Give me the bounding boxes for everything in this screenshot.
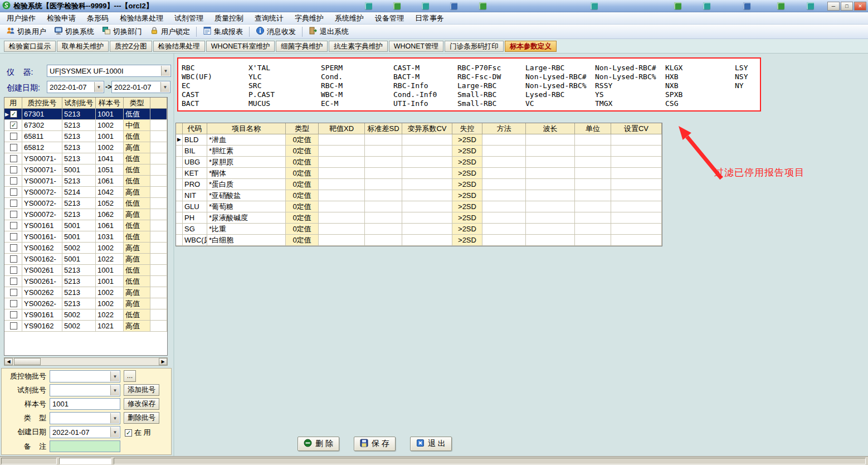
scroll-right-icon[interactable]: ▶ [159,358,167,365]
use-checkbox[interactable] [10,267,17,274]
use-checkbox[interactable] [10,133,17,140]
table-row[interactable]: YS0026252131002高值 [4,287,167,298]
table-row[interactable]: YS00261-52131001低值 [4,276,167,287]
table-row[interactable]: 6581252131002高值 [4,142,167,153]
menu-item[interactable]: 系统维护 [329,12,369,24]
table-row[interactable]: YS9016250021021高值 [4,321,167,332]
table-row[interactable]: YS0026152131001低值 [4,265,167,276]
exit-button[interactable]: 退 出 [410,437,452,451]
instrument-select[interactable]: UF|SYSMEX UF-1000I ▼ [47,65,171,77]
use-checkbox[interactable] [10,155,17,162]
grid-row[interactable]: SG*比重0定值>2SD [176,224,662,235]
use-checkbox[interactable]: ✓ [10,122,17,129]
use-checkbox[interactable] [10,188,17,196]
use-checkbox[interactable] [10,166,17,173]
grid-row[interactable]: KET*酮体0定值>2SD [176,168,662,179]
form-create-date-select[interactable]: 2022-01-07▼ [50,426,120,438]
minimize-button[interactable]: ─ [827,2,840,11]
use-checkbox[interactable] [10,177,17,185]
table-row[interactable]: YS00072-52131062高值 [4,209,167,220]
use-checkbox[interactable] [10,278,17,285]
tab-item[interactable]: 细菌字典维护 [276,41,328,52]
table-row[interactable]: YS00071-50011051低值 [4,164,167,176]
menu-item[interactable]: 设备管理 [369,12,409,24]
use-checkbox[interactable] [10,144,17,151]
delete-batch-button[interactable]: 删除批号 [124,412,159,424]
table-row[interactable]: YS00071-52131061低值 [4,176,167,187]
toolbar-button[interactable]: 切换系统 [50,26,98,38]
qc-lot-select[interactable]: ▼ [50,370,120,382]
in-use-checkbox[interactable]: ✓ [125,429,132,437]
scroll-left-icon[interactable]: ◀ [4,358,13,365]
type-select[interactable]: ▼ [50,412,120,424]
grid-row[interactable]: ▶BLD*潜血0定值>2SD [176,134,662,146]
table-row[interactable]: YS0016150011061低值 [4,220,167,231]
table-row[interactable]: YS00162-50011022高值 [4,254,167,265]
reagent-lot-select[interactable]: ▼ [50,384,120,396]
menu-item[interactable]: 检验结果处理 [114,12,169,24]
use-checkbox[interactable] [10,322,17,330]
use-checkbox[interactable] [10,311,17,318]
add-batch-button[interactable]: 添加批号 [124,384,159,396]
remark-input[interactable] [50,440,120,452]
use-checkbox[interactable] [10,211,17,218]
grid-row[interactable]: PRO*蛋白质0定值>2SD [176,179,662,190]
scrollbar-thumb[interactable] [14,358,41,365]
menu-item[interactable]: 字典维护 [289,12,329,24]
menu-item[interactable]: 质量控制 [209,12,249,24]
use-checkbox[interactable] [10,244,17,251]
close-button[interactable]: ✕ [854,2,866,11]
modify-save-button[interactable]: 修改保存 [124,398,159,410]
table-row[interactable]: YS00161-50011031低值 [4,231,167,243]
chevron-down-icon[interactable]: ▼ [161,66,170,76]
delete-button[interactable]: 删 除 [298,437,339,451]
scrollbar-track[interactable] [13,358,159,365]
use-checkbox[interactable]: ✓ [10,110,17,118]
toolbar-button[interactable]: 用户锁定 [146,26,194,38]
use-checkbox[interactable] [10,233,17,240]
tab-item[interactable]: 检验窗口提示 [4,41,56,52]
menu-item[interactable]: 试剂管理 [169,12,209,24]
date-to-select[interactable]: 2022-01-07 ▼ [111,81,170,93]
toolbar-button[interactable]: 消息收发 [252,26,300,38]
use-checkbox[interactable] [10,300,17,307]
use-checkbox[interactable] [10,289,17,296]
table-row[interactable]: YS9016150021022低值 [4,309,167,321]
in-use-checkbox-group[interactable]: ✓ 在 用 [125,428,151,438]
toolbar-button[interactable]: 集成报表 [199,26,247,38]
grid-row[interactable]: BIL*胆红素0定值>2SD [176,146,662,157]
tab-item[interactable]: 抗生素字典维护 [329,41,388,52]
table-row[interactable]: YS00072-52141042高值 [4,187,167,198]
grid-row[interactable]: UBG*尿胆原0定值>2SD [176,157,662,168]
date-from-select[interactable]: 2022-01-07 ▼ [47,81,104,93]
grid-row[interactable]: NIT*亚硝酸盐0定值>2SD [176,190,662,201]
toolbar-button[interactable]: 切换用户 [2,26,50,38]
browse-button[interactable]: ... [124,370,136,382]
tab-item[interactable]: 取单相关维护 [57,41,109,52]
use-checkbox[interactable] [10,255,17,263]
maximize-button[interactable]: □ [841,2,853,11]
menu-item[interactable]: 用户操作 [1,12,41,24]
grid-row[interactable]: PH*尿液酸碱度0定值>2SD [176,212,662,224]
save-button[interactable]: 保 存 [354,437,396,451]
chevron-down-icon[interactable]: ▼ [160,82,169,92]
toolbar-button[interactable]: 退出系统 [305,26,353,38]
sample-no-input[interactable]: 1001 [50,398,120,410]
tab-active[interactable]: 标本参数定义 [505,41,557,52]
tab-item[interactable]: 门诊条形码打印 [445,41,504,52]
tab-item[interactable]: 质控Z分图 [110,41,152,52]
menu-item[interactable]: 查询统计 [249,12,289,24]
tab-item[interactable]: 检验结果处理 [153,41,205,52]
table-row[interactable]: YS00072-52131052低值 [4,198,167,209]
table-row[interactable]: ✓6730252131002中值 [4,120,167,131]
chevron-down-icon[interactable]: ▼ [110,413,119,423]
tab-item[interactable]: WHONET科室维护 [206,41,275,52]
chevron-down-icon[interactable]: ▼ [110,385,119,395]
table-row[interactable]: 6581152131001低值 [4,131,167,142]
table-row[interactable]: ▶✓6730152131001低值 [4,109,167,120]
table-row[interactable]: YS00262-52131002高值 [4,298,167,309]
grid-row[interactable]: WBC(尿*白细胞0定值>2SD [176,235,662,246]
menu-item[interactable]: 检验申请 [41,12,81,24]
chevron-down-icon[interactable]: ▼ [94,82,103,92]
qc-table-hscrollbar[interactable]: ◀ ▶ [4,357,168,366]
